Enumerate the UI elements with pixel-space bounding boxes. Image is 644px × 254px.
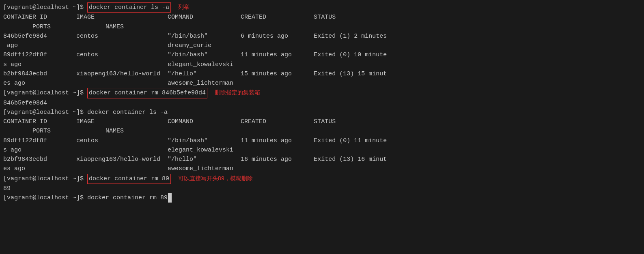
prompt: [vagrant@localhost ~]$ — [3, 174, 87, 184]
terminal-line: s ago elegant_kowalevski — [3, 60, 641, 69]
annotation: 可以直接写开头89，模糊删除 — [178, 174, 253, 183]
output-text: PORTS NAMES — [3, 22, 124, 32]
terminal-line: CONTAINER ID IMAGE COMMAND CREATED STATU… — [3, 117, 641, 126]
annotation: 删除指定的集装箱 — [215, 88, 260, 97]
terminal-line: b2bf9843ecbd xiaopeng163/hello-world "/h… — [3, 69, 641, 79]
annotation: 列举 — [178, 3, 190, 12]
terminal-line: es ago awesome_lichterman — [3, 164, 641, 173]
output-text: b2bf9843ecbd xiaopeng163/hello-world "/h… — [3, 69, 387, 79]
output-text: es ago awesome_lichterman — [3, 79, 233, 88]
terminal-line: 89dff122df8f centos "/bin/bash" 11 minut… — [3, 50, 641, 60]
terminal-line: s ago elegant_kowalevski — [3, 145, 641, 155]
terminal-line: 89dff122df8f centos "/bin/bash" 11 minut… — [3, 136, 641, 145]
terminal-line: es ago awesome_lichterman — [3, 79, 641, 88]
command-boxed: docker container ls -a — [87, 2, 171, 13]
output-text: 89dff122df8f centos "/bin/bash" 11 minut… — [3, 50, 387, 60]
output-text: PORTS NAMES — [3, 126, 124, 136]
cursor — [168, 193, 172, 203]
terminal-line: [vagrant@localhost ~]$ docker container … — [3, 108, 641, 117]
command-boxed: docker container rm 846b5efe98d4 — [87, 88, 207, 98]
output-text: 846b5efe98d4 centos "/bin/bash" 6 minute… — [3, 32, 387, 41]
terminal-line: ago dreamy_curie — [3, 41, 641, 50]
output-text: ago dreamy_curie — [3, 41, 211, 50]
prompt: [vagrant@localhost ~]$ — [3, 88, 87, 98]
command-boxed: docker container rm 89 — [87, 174, 171, 184]
terminal-line: PORTS NAMES — [3, 126, 641, 136]
output-text: b2bf9843ecbd xiaopeng163/hello-world "/h… — [3, 155, 387, 164]
output-text: CONTAINER ID IMAGE COMMAND CREATED STATU… — [3, 13, 336, 22]
output-text: 846b5efe98d4 — [3, 98, 47, 108]
output-text: s ago elegant_kowalevski — [3, 145, 233, 155]
output-text: s ago elegant_kowalevski — [3, 60, 233, 69]
output-text: es ago awesome_lichterman — [3, 164, 233, 173]
prompt: [vagrant@localhost ~]$ — [3, 193, 87, 203]
terminal-line: [vagrant@localhost ~]$ docker container … — [3, 193, 641, 203]
terminal-line: 846b5efe98d4 — [3, 98, 641, 108]
terminal-line: [vagrant@localhost ~]$ docker container … — [3, 2, 641, 13]
terminal-line: b2bf9843ecbd xiaopeng163/hello-world "/h… — [3, 155, 641, 164]
prompt: [vagrant@localhost ~]$ — [3, 108, 87, 117]
prompt: [vagrant@localhost ~]$ — [3, 3, 87, 12]
output-text: 89dff122df8f centos "/bin/bash" 11 minut… — [3, 136, 387, 145]
terminal-line: [vagrant@localhost ~]$ docker container … — [3, 88, 641, 98]
terminal-line: CONTAINER ID IMAGE COMMAND CREATED STATU… — [3, 13, 641, 22]
terminal-line: 846b5efe98d4 centos "/bin/bash" 6 minute… — [3, 32, 641, 41]
terminal-line: PORTS NAMES — [3, 22, 641, 32]
output-text: 89 — [3, 184, 11, 193]
command-text: docker container ls -a — [87, 108, 168, 117]
output-text: CONTAINER ID IMAGE COMMAND CREATED STATU… — [3, 117, 336, 126]
terminal-container: [vagrant@localhost ~]$ docker container … — [3, 2, 641, 203]
command-text: docker container rm 89 — [87, 193, 168, 203]
terminal-line: [vagrant@localhost ~]$ docker container … — [3, 174, 641, 184]
terminal-line: 89 — [3, 184, 641, 193]
